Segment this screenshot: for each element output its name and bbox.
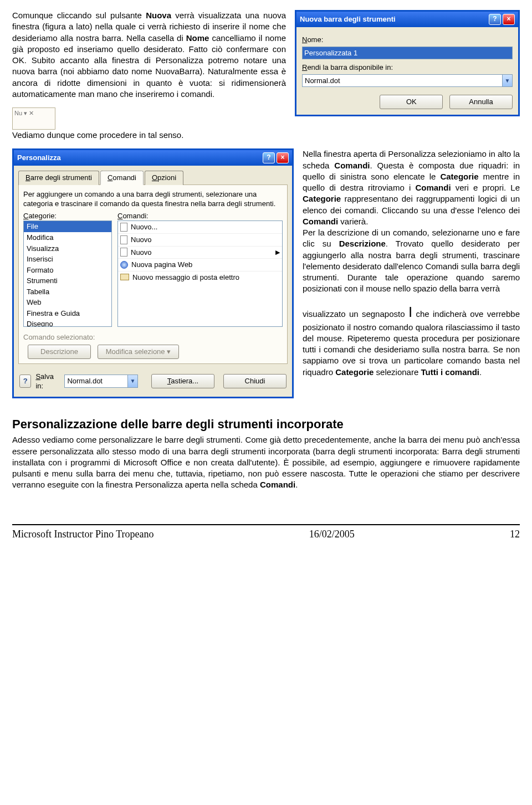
- footer-page-number: 12: [510, 527, 520, 541]
- new-toolbar-dialog: Nuova barra degli strumenti ? × Nome: Pe…: [295, 10, 520, 116]
- page-icon: [120, 223, 127, 232]
- close-button[interactable]: Chiudi: [223, 374, 287, 388]
- page-icon: [120, 235, 127, 244]
- categories-listbox[interactable]: FileModificaVisualizzaInserisciFormatoSt…: [23, 221, 112, 327]
- list-item[interactable]: Strumenti: [24, 275, 111, 286]
- list-item[interactable]: Disegno: [24, 319, 111, 327]
- command-label: Nuova pagina Web: [131, 260, 192, 270]
- paragraph-2: Vediamo dunque come procedere in tal sen…: [12, 130, 520, 141]
- description-button[interactable]: Descrizione: [28, 345, 91, 359]
- list-item[interactable]: Nuovo messaggio di posta elettro: [118, 271, 282, 284]
- tab-options[interactable]: Opzioni: [145, 171, 183, 185]
- mini-toolbar[interactable]: Nu ▾ ✕: [12, 107, 55, 130]
- help-icon[interactable]: ?: [263, 152, 275, 163]
- list-item[interactable]: Nuovo▶: [118, 247, 282, 259]
- command-label: Nuovo messaggio di posta elettro: [132, 273, 239, 283]
- avail-combo[interactable]: Normal.dot ▼: [302, 74, 513, 88]
- avail-label: Rendi la barra disponibile in:: [302, 63, 513, 73]
- avail-value: Normal.dot: [303, 75, 502, 87]
- list-item[interactable]: Inserisci: [24, 254, 111, 265]
- help-icon[interactable]: ?: [489, 14, 501, 25]
- save-in-label: Salva in:: [35, 372, 60, 391]
- instruction-text: Per aggiungere un comando a una barra de…: [23, 189, 283, 209]
- categories-label: Categorie:: [23, 211, 112, 221]
- env-icon: [120, 274, 129, 280]
- command-label: Nuovo...: [131, 222, 157, 232]
- toolbar-name-input[interactable]: Personalizzata 1: [302, 47, 513, 60]
- list-item[interactable]: Modifica: [24, 232, 111, 243]
- name-label: Nome:: [302, 35, 513, 45]
- save-in-combo[interactable]: Normal.dot ▼: [64, 375, 138, 388]
- dialog-titlebar[interactable]: Personalizza ? ×: [14, 150, 292, 166]
- list-item[interactable]: Visualizza: [24, 243, 111, 254]
- dialog-title: Nuova barra degli strumenti: [300, 14, 396, 24]
- tab-toolbars[interactable]: Barre degli strumenti: [18, 171, 99, 185]
- help-icon[interactable]: ?: [19, 375, 31, 388]
- tab-commands[interactable]: Comandi: [100, 171, 144, 185]
- list-item[interactable]: Tabella: [24, 286, 111, 298]
- list-item[interactable]: Formato: [24, 265, 111, 276]
- close-icon[interactable]: ×: [503, 14, 515, 25]
- command-label: Nuovo: [131, 235, 152, 245]
- chevron-down-icon[interactable]: ▼: [502, 75, 512, 87]
- mini-toolbar-header: Nu ▾ ✕: [14, 109, 53, 117]
- commands-listbox[interactable]: Nuovo...NuovoNuovo▶Nuova pagina WebNuovo…: [117, 221, 283, 327]
- list-item[interactable]: File: [24, 221, 111, 232]
- web-icon: [120, 261, 128, 269]
- list-item[interactable]: Nuovo...: [118, 221, 282, 234]
- commands-label: Comandi:: [117, 211, 283, 221]
- page-icon: [120, 248, 127, 257]
- section-heading: Personalizzazione delle barre degli stru…: [12, 416, 520, 433]
- footer-left: Microsoft Instructor Pino Tropeano: [12, 527, 154, 541]
- footer-date: 16/02/2005: [309, 527, 355, 541]
- chevron-right-icon: ▶: [275, 248, 280, 257]
- customize-dialog: Personalizza ? × Barre degli strumenti C…: [12, 148, 294, 398]
- dialog-title: Personalizza: [17, 153, 61, 163]
- cancel-button[interactable]: Annulla: [449, 95, 513, 109]
- close-icon[interactable]: ×: [277, 152, 289, 163]
- command-label: Nuovo: [131, 248, 152, 258]
- paragraph-4: Adesso vediamo come personalizzare le ba…: [12, 434, 520, 490]
- list-item[interactable]: Nuovo: [118, 234, 282, 247]
- selected-command-label: Comando selezionato:: [23, 332, 283, 342]
- list-item[interactable]: Nuova pagina Web: [118, 259, 282, 271]
- page-footer: Microsoft Instructor Pino Tropeano 16/02…: [12, 527, 520, 541]
- list-item[interactable]: Web: [24, 297, 111, 308]
- chevron-down-icon[interactable]: ▼: [127, 375, 137, 387]
- dialog-titlebar[interactable]: Nuova barra degli strumenti ? ×: [296, 12, 518, 27]
- modify-selection-button[interactable]: Modifica selezione ▾: [98, 345, 180, 359]
- ok-button[interactable]: OK: [380, 95, 443, 109]
- list-item[interactable]: Finestra e Guida: [24, 308, 111, 319]
- keyboard-button[interactable]: Tastiera...: [151, 374, 214, 388]
